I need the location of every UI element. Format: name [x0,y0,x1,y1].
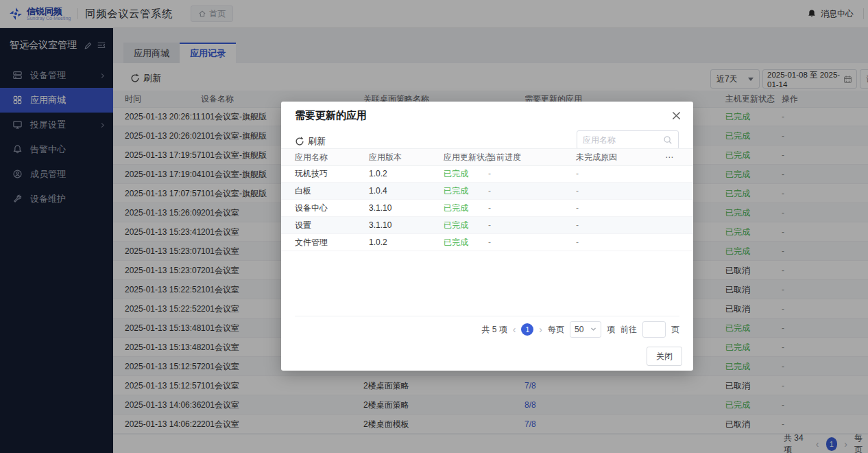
close-button[interactable]: 关闭 [647,347,682,366]
screen: 信锐同频 Sundray Co-Meeting 同频会议云管系统 首页 消息中心… [0,0,868,453]
app-update-status-cell: 已完成 [444,165,468,183]
app-name-cell: 设置 [295,217,311,234]
app-name-cell: 白板 [295,183,311,200]
unfinished-reason-cell: - [576,165,579,183]
prev-page-icon[interactable]: ‹ [513,324,516,335]
refresh-icon [295,137,304,146]
modal-table-header: 应用名称应用版本应用更新状态当前进度未完成原因⋯ [281,148,693,166]
unfinished-reason-cell: - [576,217,579,234]
unfinished-reason-cell: - [576,234,579,251]
per-page-unit: 项 [607,324,615,336]
app-name-search-placeholder: 应用名称 [583,135,663,146]
next-page-icon[interactable]: › [539,324,542,335]
app-update-status-cell: 已完成 [444,217,468,234]
app-update-status-cell: 已完成 [444,183,468,200]
per-page-value: 50 [575,325,583,334]
unfinished-reason-cell: - [576,200,579,217]
per-page-label: 每页 [548,324,564,336]
chevron-down-icon [590,326,596,334]
table-row: 设备中心3.1.10已完成-- [281,200,693,217]
app-version-cell: 3.1.10 [369,200,391,217]
current-progress-cell: - [488,165,491,183]
app-version-cell: 1.0.2 [369,234,387,251]
table-row: 玩机技巧1.0.2已完成-- [281,165,693,183]
current-progress-cell: - [488,183,491,200]
app-name-cell: 设备中心 [295,200,328,217]
app-version-cell: 1.0.4 [369,183,387,200]
column-header: 未完成原因 [576,149,617,165]
column-header: 当前进度 [488,149,521,165]
app-version-cell: 1.0.2 [369,165,387,183]
search-icon [663,135,673,145]
current-progress-cell: - [488,217,491,234]
app-update-status-cell: 已完成 [444,234,468,251]
column-header: 应用名称 [295,149,328,165]
goto-label: 前往 [620,324,637,336]
app-version-cell: 3.1.10 [369,217,391,234]
table-row: 白板1.0.4已完成-- [281,183,693,200]
modal-divider [295,316,679,316]
app-name-cell: 文件管理 [295,234,328,251]
modal-close-icon[interactable] [668,108,684,123]
modal-total-count: 共 5 项 [481,324,507,336]
modal-refresh-label: 刷新 [308,135,326,148]
modal-title: 需要更新的应用 [295,109,367,122]
table-row: 设置3.1.10已完成-- [281,217,693,234]
unfinished-reason-cell: - [576,183,579,200]
table-row: 文件管理1.0.2已完成-- [281,234,693,251]
modal-refresh-button[interactable]: 刷新 [295,135,326,148]
current-progress-cell: - [488,200,491,217]
app-update-status-cell: 已完成 [444,200,468,217]
apps-to-update-modal: 需要更新的应用 刷新 应用名称 应用名称应用版本应用更新状态当前进度未完成原因⋯… [281,102,693,371]
current-progress-cell: - [488,234,491,251]
goto-unit: 页 [671,324,679,336]
goto-page-input[interactable] [642,321,666,338]
current-page-button[interactable]: 1 [521,323,533,336]
app-name-search-input[interactable]: 应用名称 [577,130,679,150]
column-header: 应用版本 [369,149,402,165]
per-page-select[interactable]: 50 [570,321,601,338]
modal-pager: 共 5 项 ‹ 1 › 每页 50 项 前往 页 [481,320,679,339]
column-header: 应用更新状态 [444,149,493,165]
app-name-cell: 玩机技巧 [295,165,328,183]
column-settings-icon[interactable]: ⋯ [665,149,673,165]
